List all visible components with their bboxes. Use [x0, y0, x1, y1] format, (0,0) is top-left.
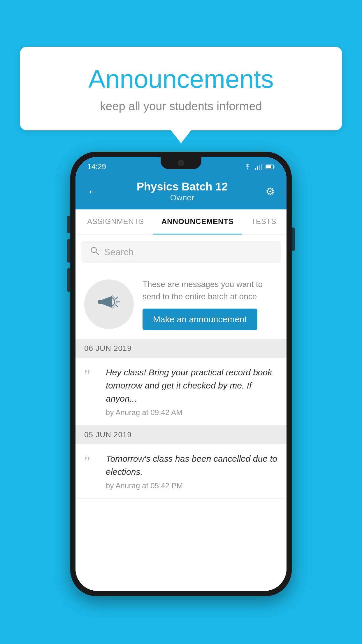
svg-rect-6: [266, 165, 271, 168]
signal-icon: [255, 164, 262, 170]
svg-rect-2: [259, 165, 260, 170]
tabs-bar: ASSIGNMENTS ANNOUNCEMENTS TESTS: [75, 209, 287, 235]
battery-icon: [266, 164, 275, 169]
status-time: 14:29: [87, 162, 106, 171]
prompt-right: These are messages you want to send to t…: [143, 278, 278, 330]
quote-icon-2: ": [84, 454, 99, 470]
megaphone-icon: [96, 289, 122, 320]
announcement-content-1: Hey class! Bring your practical record b…: [106, 366, 278, 417]
svg-rect-1: [257, 166, 258, 170]
make-announcement-button[interactable]: Make an announcement: [143, 309, 257, 330]
announcement-meta-1: by Anurag at 09:42 AM: [106, 408, 278, 417]
announcement-text-2: Tomorrow's class has been cancelled due …: [106, 452, 278, 478]
quote-icon-1: ": [84, 368, 99, 383]
announcement-content-2: Tomorrow's class has been cancelled due …: [106, 452, 278, 490]
date-separator-1: 06 JUN 2019: [75, 339, 287, 358]
prompt-description: These are messages you want to send to t…: [143, 278, 278, 303]
search-placeholder: Search: [104, 247, 133, 258]
svg-rect-5: [274, 166, 275, 168]
announcement-meta-2: by Anurag at 05:42 PM: [106, 481, 278, 490]
notch: [161, 157, 201, 169]
power-button: [292, 228, 295, 251]
phone-wrapper: 14:29: [70, 152, 292, 596]
speech-bubble: Announcements keep all your students inf…: [20, 47, 342, 130]
svg-line-12: [116, 305, 118, 307]
bubble-subtitle: keep all your students informed: [43, 100, 319, 113]
settings-button[interactable]: ⚙: [266, 186, 275, 198]
bubble-title: Announcements: [43, 64, 319, 94]
announcement-text-1: Hey class! Bring your practical record b…: [106, 366, 278, 405]
tab-announcements[interactable]: ANNOUNCEMENTS: [153, 209, 242, 235]
tab-assignments[interactable]: ASSIGNMENTS: [78, 209, 153, 235]
date-separator-2: 05 JUN 2019: [75, 426, 287, 444]
speech-bubble-container: Announcements keep all your students inf…: [20, 47, 342, 130]
svg-rect-0: [255, 168, 256, 170]
svg-line-8: [96, 252, 99, 255]
tab-tests[interactable]: TESTS: [242, 209, 285, 235]
announcement-item-1[interactable]: " Hey class! Bring your practical record…: [75, 358, 287, 426]
svg-line-10: [116, 297, 118, 299]
app-header: ← Physics Batch 12 Owner ⚙: [75, 175, 287, 209]
search-bar[interactable]: Search: [81, 241, 281, 263]
mute-button: [67, 216, 70, 233]
megaphone-circle: [84, 279, 134, 329]
search-icon: [90, 246, 99, 258]
announcement-prompt: These are messages you want to send to t…: [75, 270, 287, 339]
wifi-icon: [243, 164, 252, 170]
announcement-item-2[interactable]: " Tomorrow's class has been cancelled du…: [75, 444, 287, 499]
svg-rect-9: [98, 300, 102, 304]
status-bar: 14:29: [75, 157, 287, 175]
batch-title: Physics Batch 12: [99, 181, 266, 193]
owner-label: Owner: [99, 193, 266, 202]
content-area: Search: [75, 241, 287, 591]
volume-down-button: [67, 268, 70, 292]
svg-rect-3: [261, 164, 262, 170]
status-icons: [243, 164, 275, 170]
back-button[interactable]: ←: [87, 185, 99, 198]
volume-up-button: [67, 239, 70, 262]
front-camera: [178, 160, 184, 166]
header-center: Physics Batch 12 Owner: [99, 181, 266, 202]
phone-screen: 14:29: [75, 157, 287, 591]
phone-mockup: 14:29: [70, 152, 292, 596]
